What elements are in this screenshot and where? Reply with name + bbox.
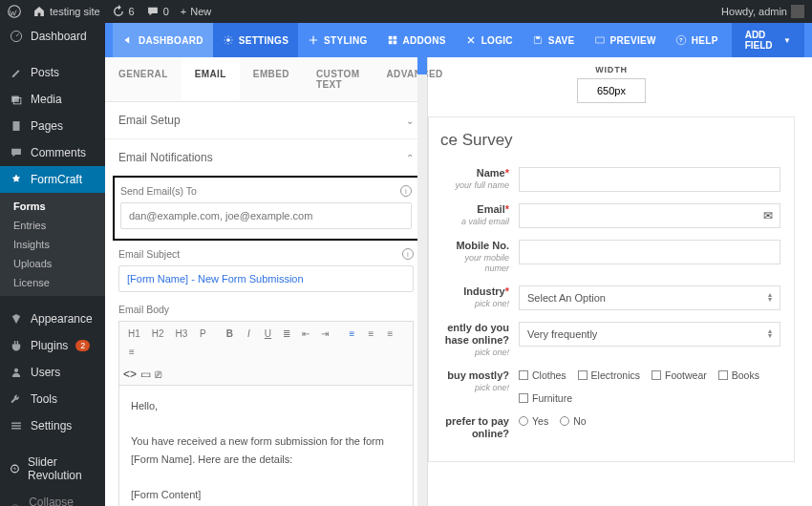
- formcraft-toolbar: DASHBOARD SETTINGS STYLING ADDONS LOGIC …: [105, 23, 812, 57]
- toolbar-settings[interactable]: SETTINGS: [213, 23, 298, 57]
- svg-text:?: ?: [679, 37, 683, 43]
- body-label: Email Body: [118, 304, 169, 315]
- tab-advanced[interactable]: ADVANCED: [374, 57, 457, 101]
- rte-clear[interactable]: ⎚: [155, 368, 161, 381]
- rte-bold[interactable]: B: [221, 326, 238, 342]
- check-clothes[interactable]: Clothes: [519, 369, 566, 381]
- toolbar-help[interactable]: ?HELP: [666, 23, 728, 57]
- send-to-input[interactable]: [120, 202, 412, 229]
- label-prefer: prefer to pay online?: [442, 415, 509, 440]
- site-home-link[interactable]: testing site: [32, 5, 100, 18]
- comments-link[interactable]: 0: [146, 5, 169, 18]
- label-name: Name*your full name: [442, 167, 509, 191]
- svg-rect-17: [595, 37, 603, 43]
- send-to-highlight: Send Email(s) Toi: [113, 176, 419, 241]
- sidebar-item-tools[interactable]: Tools: [0, 386, 105, 412]
- info-icon[interactable]: i: [402, 248, 414, 260]
- sidebar-item-comments[interactable]: Comments: [0, 139, 105, 166]
- sidebar-item-users[interactable]: Users: [0, 359, 105, 386]
- label-mostly: buy mostly?pick one!: [442, 369, 509, 393]
- sidebar-item-settings[interactable]: Settings: [0, 412, 105, 439]
- input-name[interactable]: [519, 167, 780, 192]
- form-title[interactable]: ce Survey: [440, 131, 780, 150]
- svg-rect-13: [393, 36, 396, 40]
- sidebar-item-plugins[interactable]: Plugins2: [0, 332, 105, 359]
- toolbar-addons[interactable]: ADDONS: [377, 23, 456, 57]
- rte-h1[interactable]: H1: [123, 326, 145, 342]
- check-furniture[interactable]: Furniture: [519, 392, 572, 404]
- select-arrows-icon: ▴▾: [768, 293, 772, 303]
- rte-indent[interactable]: ⇥: [316, 326, 333, 342]
- rte-align-justify[interactable]: ≡: [123, 344, 140, 360]
- rte-underline[interactable]: U: [259, 326, 276, 342]
- sidebar-item-slider-revolution[interactable]: Slider Revolution: [0, 449, 105, 489]
- svg-rect-6: [11, 423, 21, 424]
- sidebar-item-appearance[interactable]: Appearance: [0, 306, 105, 332]
- check-footwear[interactable]: Footwear: [652, 369, 707, 381]
- rte-p[interactable]: P: [194, 326, 211, 342]
- send-to-label: Send Email(s) To: [120, 185, 197, 197]
- rte-align-center[interactable]: ≡: [362, 326, 379, 342]
- toolbar-styling[interactable]: STYLING: [298, 23, 376, 57]
- toolbar-save[interactable]: SAVE: [523, 23, 585, 57]
- new-content-link[interactable]: +New: [181, 6, 211, 17]
- sidebar-collapse[interactable]: Collapse menu: [0, 489, 105, 506]
- toolbar-dashboard[interactable]: DASHBOARD: [113, 23, 213, 57]
- updates-link[interactable]: 6: [112, 5, 135, 18]
- tab-email[interactable]: EMAIL: [182, 57, 240, 101]
- rte-list[interactable]: ≣: [278, 326, 295, 342]
- sidebar-item-formcraft[interactable]: FormCraft: [0, 166, 105, 193]
- mostly-checkbox-group: Clothes Electronics Footwear Books Furni…: [519, 369, 780, 404]
- radio-no[interactable]: No: [560, 415, 586, 427]
- rte-align-left[interactable]: ≡: [343, 326, 360, 342]
- settings-tabs: GENERAL EMAIL EMBED CUSTOM TEXT ADVANCED: [105, 57, 427, 102]
- toolbar-logic[interactable]: LOGIC: [456, 23, 523, 57]
- sidebar-item-dashboard[interactable]: Dashboard: [0, 23, 105, 50]
- rte-outdent[interactable]: ⇤: [297, 326, 314, 342]
- input-mobile[interactable]: [519, 240, 780, 264]
- rte-align-right[interactable]: ≡: [381, 326, 398, 342]
- svg-rect-2: [11, 96, 19, 102]
- submenu-uploads[interactable]: Uploads: [0, 254, 105, 273]
- radio-yes[interactable]: Yes: [519, 415, 548, 427]
- check-books[interactable]: Books: [718, 369, 759, 381]
- select-frequency[interactable]: Very frequently▴▾: [519, 322, 780, 347]
- submenu-forms[interactable]: Forms: [0, 197, 105, 216]
- tab-custom-text[interactable]: CUSTOM TEXT: [303, 57, 374, 101]
- accordion-email-setup[interactable]: Email Setup⌄: [105, 102, 427, 139]
- wp-sidebar: Dashboard Posts Media Pages Comments For…: [0, 23, 105, 506]
- email-body-editor[interactable]: Hello, You have received a new form subm…: [118, 385, 414, 506]
- info-icon[interactable]: i: [400, 185, 412, 197]
- rte-code[interactable]: <>: [123, 368, 137, 381]
- tab-embed[interactable]: EMBED: [240, 57, 303, 101]
- svg-rect-16: [536, 36, 540, 38]
- scrollbar-thumb[interactable]: [417, 57, 427, 74]
- settings-panel: GENERAL EMAIL EMBED CUSTOM TEXT ADVANCED…: [105, 57, 428, 506]
- width-label: WIDTH: [428, 65, 795, 74]
- sidebar-item-posts[interactable]: Posts: [0, 59, 105, 86]
- input-email[interactable]: [519, 203, 780, 228]
- toolbar-preview[interactable]: PREVIEW: [585, 23, 666, 57]
- add-field-button[interactable]: ADD FIELD▼: [732, 23, 804, 58]
- width-input[interactable]: [577, 78, 646, 103]
- submenu-entries[interactable]: Entries: [0, 216, 105, 235]
- wp-logo[interactable]: [8, 5, 21, 18]
- accordion-toggle-notifications[interactable]: Email Notifications⌃: [105, 139, 427, 176]
- rte-h2[interactable]: H2: [147, 326, 169, 342]
- svg-rect-8: [11, 428, 21, 429]
- submenu-license[interactable]: License: [0, 273, 105, 292]
- rte-italic[interactable]: I: [240, 326, 257, 342]
- my-account[interactable]: Howdy, admin: [721, 5, 804, 18]
- rte-image[interactable]: ▭: [140, 368, 151, 381]
- select-industry[interactable]: Select An Option▴▾: [519, 285, 780, 310]
- rte-h3[interactable]: H3: [171, 326, 193, 342]
- sidebar-item-pages[interactable]: Pages: [0, 113, 105, 139]
- check-electronics[interactable]: Electronics: [578, 369, 640, 381]
- chevron-up-icon: ⌃: [406, 153, 414, 163]
- tab-general[interactable]: GENERAL: [105, 57, 182, 101]
- sidebar-item-media[interactable]: Media: [0, 86, 105, 113]
- subject-input[interactable]: [118, 265, 414, 292]
- svg-rect-4: [13, 121, 20, 131]
- panel-scrollbar[interactable]: [417, 57, 427, 506]
- submenu-insights[interactable]: Insights: [0, 235, 105, 254]
